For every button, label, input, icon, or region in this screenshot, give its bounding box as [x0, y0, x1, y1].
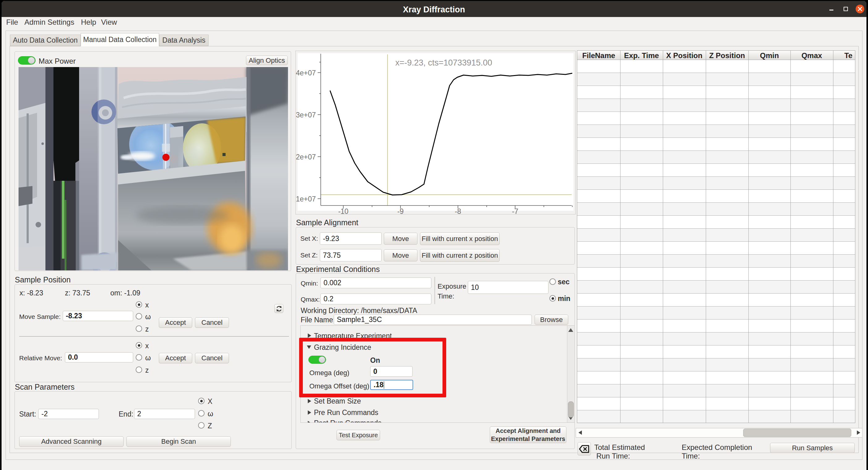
svg-text:-10: -10 — [338, 207, 348, 215]
svg-text:-9: -9 — [397, 207, 404, 215]
svg-text:x=-9.23, cts=10733915.00: x=-9.23, cts=10733915.00 — [395, 58, 492, 67]
svg-text:4e+07: 4e+07 — [296, 69, 316, 77]
svg-text:1e+07: 1e+07 — [296, 195, 316, 203]
svg-text:-8: -8 — [455, 207, 461, 215]
svg-text:-7: -7 — [512, 207, 518, 215]
svg-text:3e+07: 3e+07 — [296, 111, 316, 119]
svg-text:2e+07: 2e+07 — [296, 153, 316, 161]
